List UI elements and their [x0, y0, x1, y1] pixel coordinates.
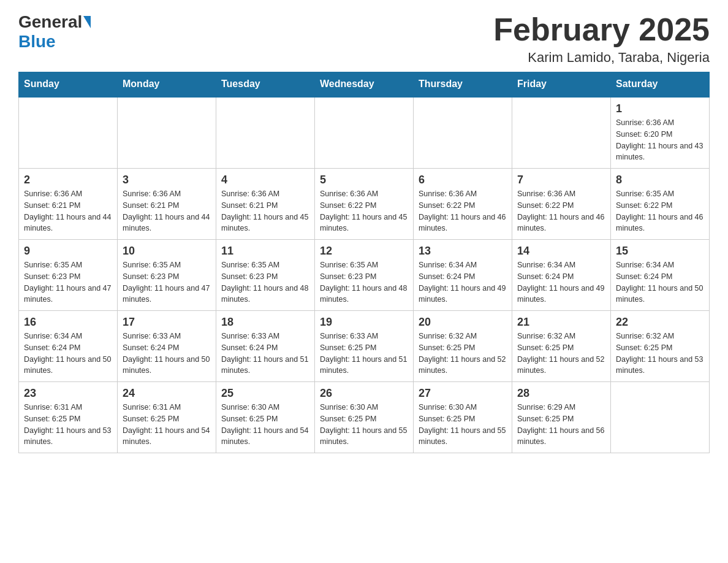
calendar-cell	[611, 382, 710, 453]
day-number: 9	[24, 245, 112, 258]
calendar-week-3: 9Sunrise: 6:35 AMSunset: 6:23 PMDaylight…	[19, 240, 710, 311]
calendar-cell: 9Sunrise: 6:35 AMSunset: 6:23 PMDaylight…	[19, 240, 118, 311]
day-info: Sunrise: 6:36 AMSunset: 6:21 PMDaylight:…	[24, 188, 112, 234]
page-header: General Blue February 2025 Karim Lamido,…	[18, 12, 710, 66]
day-number: 6	[419, 174, 507, 186]
day-info: Sunrise: 6:33 AMSunset: 6:24 PMDaylight:…	[221, 331, 309, 377]
day-number: 24	[123, 387, 211, 400]
calendar-cell: 3Sunrise: 6:36 AMSunset: 6:21 PMDaylight…	[118, 169, 216, 240]
day-info: Sunrise: 6:29 AMSunset: 6:25 PMDaylight:…	[517, 402, 605, 448]
day-info: Sunrise: 6:35 AMSunset: 6:23 PMDaylight:…	[123, 259, 211, 305]
day-info: Sunrise: 6:30 AMSunset: 6:25 PMDaylight:…	[419, 402, 507, 448]
calendar-cell: 10Sunrise: 6:35 AMSunset: 6:23 PMDayligh…	[118, 240, 216, 311]
day-number: 21	[517, 316, 605, 329]
day-info: Sunrise: 6:34 AMSunset: 6:24 PMDaylight:…	[24, 331, 112, 377]
day-number: 23	[24, 387, 112, 400]
calendar-cell: 2Sunrise: 6:36 AMSunset: 6:21 PMDaylight…	[19, 169, 118, 240]
day-info: Sunrise: 6:35 AMSunset: 6:22 PMDaylight:…	[616, 188, 704, 234]
calendar-cell: 18Sunrise: 6:33 AMSunset: 6:24 PMDayligh…	[216, 311, 315, 382]
calendar-week-5: 23Sunrise: 6:31 AMSunset: 6:25 PMDayligh…	[19, 382, 710, 453]
calendar-cell: 4Sunrise: 6:36 AMSunset: 6:21 PMDaylight…	[216, 169, 315, 240]
weekday-header-tuesday: Tuesday	[216, 72, 315, 97]
calendar-cell: 25Sunrise: 6:30 AMSunset: 6:25 PMDayligh…	[216, 382, 315, 453]
calendar-cell: 7Sunrise: 6:36 AMSunset: 6:22 PMDaylight…	[512, 169, 611, 240]
logo-blue-text: Blue	[18, 32, 56, 51]
day-info: Sunrise: 6:36 AMSunset: 6:22 PMDaylight:…	[320, 188, 408, 234]
calendar-week-1: 1Sunrise: 6:36 AMSunset: 6:20 PMDaylight…	[19, 97, 710, 169]
logo-general-text: General	[18, 12, 82, 32]
day-number: 3	[123, 174, 211, 186]
day-number: 13	[419, 245, 507, 258]
day-number: 25	[221, 387, 309, 400]
calendar-cell: 28Sunrise: 6:29 AMSunset: 6:25 PMDayligh…	[512, 382, 611, 453]
day-info: Sunrise: 6:31 AMSunset: 6:25 PMDaylight:…	[123, 402, 211, 448]
day-info: Sunrise: 6:32 AMSunset: 6:25 PMDaylight:…	[616, 331, 704, 377]
weekday-header-row: SundayMondayTuesdayWednesdayThursdayFrid…	[19, 72, 710, 97]
calendar-cell: 23Sunrise: 6:31 AMSunset: 6:25 PMDayligh…	[19, 382, 118, 453]
calendar-cell: 12Sunrise: 6:35 AMSunset: 6:23 PMDayligh…	[315, 240, 414, 311]
day-number: 10	[123, 245, 211, 258]
day-number: 19	[320, 316, 408, 329]
calendar-cell: 26Sunrise: 6:30 AMSunset: 6:25 PMDayligh…	[315, 382, 414, 453]
day-info: Sunrise: 6:31 AMSunset: 6:25 PMDaylight:…	[24, 402, 112, 448]
calendar-week-4: 16Sunrise: 6:34 AMSunset: 6:24 PMDayligh…	[19, 311, 710, 382]
day-number: 14	[517, 245, 605, 258]
calendar-cell: 16Sunrise: 6:34 AMSunset: 6:24 PMDayligh…	[19, 311, 118, 382]
day-info: Sunrise: 6:36 AMSunset: 6:22 PMDaylight:…	[419, 188, 507, 234]
day-info: Sunrise: 6:36 AMSunset: 6:22 PMDaylight:…	[517, 188, 605, 234]
day-info: Sunrise: 6:36 AMSunset: 6:21 PMDaylight:…	[123, 188, 211, 234]
day-info: Sunrise: 6:33 AMSunset: 6:24 PMDaylight:…	[123, 331, 211, 377]
day-number: 26	[320, 387, 408, 400]
weekday-header-thursday: Thursday	[414, 72, 512, 97]
day-number: 11	[221, 245, 309, 258]
calendar-week-2: 2Sunrise: 6:36 AMSunset: 6:21 PMDaylight…	[19, 169, 710, 240]
calendar-cell: 24Sunrise: 6:31 AMSunset: 6:25 PMDayligh…	[118, 382, 216, 453]
calendar-cell: 5Sunrise: 6:36 AMSunset: 6:22 PMDaylight…	[315, 169, 414, 240]
day-info: Sunrise: 6:35 AMSunset: 6:23 PMDaylight:…	[221, 259, 309, 305]
weekday-header-friday: Friday	[512, 72, 611, 97]
calendar-cell	[315, 97, 414, 169]
day-number: 16	[24, 316, 112, 329]
weekday-header-sunday: Sunday	[19, 72, 118, 97]
calendar-cell: 6Sunrise: 6:36 AMSunset: 6:22 PMDaylight…	[414, 169, 512, 240]
day-info: Sunrise: 6:34 AMSunset: 6:24 PMDaylight:…	[517, 259, 605, 305]
day-info: Sunrise: 6:34 AMSunset: 6:24 PMDaylight:…	[616, 259, 704, 305]
calendar-cell: 14Sunrise: 6:34 AMSunset: 6:24 PMDayligh…	[512, 240, 611, 311]
calendar-cell: 13Sunrise: 6:34 AMSunset: 6:24 PMDayligh…	[414, 240, 512, 311]
calendar-cell: 22Sunrise: 6:32 AMSunset: 6:25 PMDayligh…	[611, 311, 710, 382]
calendar-cell: 8Sunrise: 6:35 AMSunset: 6:22 PMDaylight…	[611, 169, 710, 240]
calendar-table: SundayMondayTuesdayWednesdayThursdayFrid…	[18, 72, 710, 453]
calendar-cell: 27Sunrise: 6:30 AMSunset: 6:25 PMDayligh…	[414, 382, 512, 453]
calendar-cell	[19, 97, 118, 169]
logo-triangle-icon	[83, 16, 91, 28]
month-title: February 2025	[493, 12, 710, 47]
day-info: Sunrise: 6:35 AMSunset: 6:23 PMDaylight:…	[24, 259, 112, 305]
day-info: Sunrise: 6:32 AMSunset: 6:25 PMDaylight:…	[517, 331, 605, 377]
day-number: 28	[517, 387, 605, 400]
weekday-header-saturday: Saturday	[611, 72, 710, 97]
day-number: 4	[221, 174, 309, 186]
day-number: 15	[616, 245, 704, 258]
day-number: 5	[320, 174, 408, 186]
calendar-cell: 1Sunrise: 6:36 AMSunset: 6:20 PMDaylight…	[611, 97, 710, 169]
day-info: Sunrise: 6:30 AMSunset: 6:25 PMDaylight:…	[221, 402, 309, 448]
day-number: 20	[419, 316, 507, 329]
calendar-cell	[512, 97, 611, 169]
day-number: 22	[616, 316, 704, 329]
day-info: Sunrise: 6:35 AMSunset: 6:23 PMDaylight:…	[320, 259, 408, 305]
calendar-cell: 11Sunrise: 6:35 AMSunset: 6:23 PMDayligh…	[216, 240, 315, 311]
calendar-cell	[216, 97, 315, 169]
calendar-cell: 21Sunrise: 6:32 AMSunset: 6:25 PMDayligh…	[512, 311, 611, 382]
logo: General Blue	[18, 12, 92, 52]
calendar-cell: 15Sunrise: 6:34 AMSunset: 6:24 PMDayligh…	[611, 240, 710, 311]
day-number: 8	[616, 174, 704, 186]
day-number: 17	[123, 316, 211, 329]
day-number: 2	[24, 174, 112, 186]
location-subtitle: Karim Lamido, Taraba, Nigeria	[493, 50, 710, 66]
day-number: 18	[221, 316, 309, 329]
day-number: 12	[320, 245, 408, 258]
calendar-cell: 20Sunrise: 6:32 AMSunset: 6:25 PMDayligh…	[414, 311, 512, 382]
day-info: Sunrise: 6:33 AMSunset: 6:25 PMDaylight:…	[320, 331, 408, 377]
day-info: Sunrise: 6:36 AMSunset: 6:20 PMDaylight:…	[616, 117, 704, 163]
title-section: February 2025 Karim Lamido, Taraba, Nige…	[493, 12, 710, 66]
